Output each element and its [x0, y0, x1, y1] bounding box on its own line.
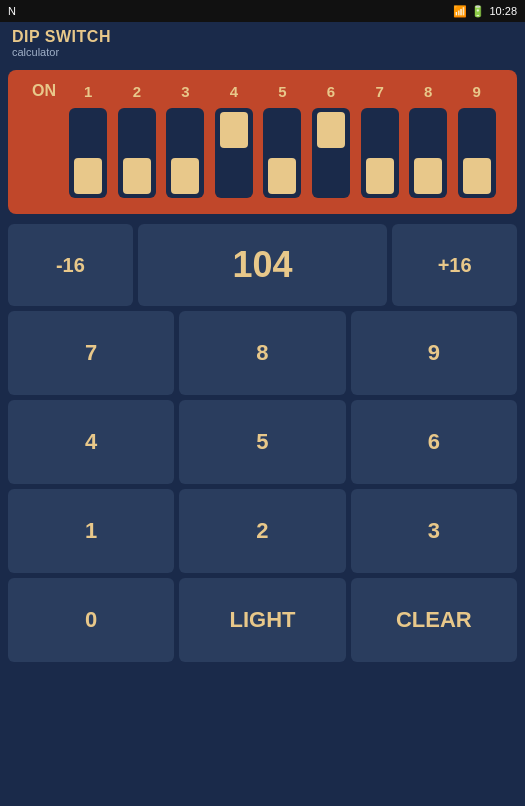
dip-numbers: 123456789	[64, 83, 501, 100]
dip-switch-panel: ON 123456789	[8, 70, 517, 214]
7-button[interactable]: 7	[8, 311, 174, 395]
switch-3[interactable]	[166, 108, 204, 198]
switch-9[interactable]	[458, 108, 496, 198]
dip-number-2: 2	[117, 83, 157, 100]
dip-number-1: 1	[68, 83, 108, 100]
switch-thumb-7	[366, 158, 394, 194]
light-button[interactable]: LIGHT	[179, 578, 345, 662]
switch-7[interactable]	[361, 108, 399, 198]
numpad-row-3: 0LIGHTCLEAR	[8, 578, 517, 662]
switch-thumb-4	[220, 112, 248, 148]
9-button[interactable]: 9	[351, 311, 517, 395]
numpad-row-1: 456	[8, 400, 517, 484]
on-label: ON	[24, 82, 64, 100]
1-button[interactable]: 1	[8, 489, 174, 573]
switch-thumb-3	[171, 158, 199, 194]
dip-number-3: 3	[165, 83, 205, 100]
signal-icon: 📶	[453, 5, 467, 18]
minus16-button[interactable]: -16	[8, 224, 133, 306]
5-button[interactable]: 5	[179, 400, 345, 484]
dip-number-4: 4	[214, 83, 254, 100]
status-right: 📶 🔋 10:28	[453, 5, 517, 18]
app-header: DIP SWITCH calculator	[0, 22, 525, 64]
calculator-area: -16 104 +16 7894561230LIGHTCLEAR	[0, 220, 525, 670]
numpad-row-0: 789	[8, 311, 517, 395]
switch-thumb-8	[414, 158, 442, 194]
0-button[interactable]: 0	[8, 578, 174, 662]
plus16-button[interactable]: +16	[392, 224, 517, 306]
switch-thumb-2	[123, 158, 151, 194]
switch-thumb-6	[317, 112, 345, 148]
dip-number-9: 9	[457, 83, 497, 100]
numpad: 7894561230LIGHTCLEAR	[8, 311, 517, 662]
dip-number-7: 7	[360, 83, 400, 100]
3-button[interactable]: 3	[351, 489, 517, 573]
switch-1[interactable]	[69, 108, 107, 198]
status-bar: N 📶 🔋 10:28	[0, 0, 525, 22]
4-button[interactable]: 4	[8, 400, 174, 484]
8-button[interactable]: 8	[179, 311, 345, 395]
dip-number-5: 5	[262, 83, 302, 100]
dip-number-6: 6	[311, 83, 351, 100]
switches-container	[64, 108, 501, 198]
switch-4[interactable]	[215, 108, 253, 198]
app-subtitle: calculator	[12, 46, 513, 58]
numpad-row-2: 123	[8, 489, 517, 573]
dip-number-8: 8	[408, 83, 448, 100]
switch-5[interactable]	[263, 108, 301, 198]
display-row: -16 104 +16	[8, 224, 517, 306]
dip-switches-row	[24, 108, 501, 198]
switch-2[interactable]	[118, 108, 156, 198]
switch-thumb-1	[74, 158, 102, 194]
switch-thumb-9	[463, 158, 491, 194]
clear-button[interactable]: CLEAR	[351, 578, 517, 662]
switch-8[interactable]	[409, 108, 447, 198]
switch-6[interactable]	[312, 108, 350, 198]
time-label: 10:28	[489, 5, 517, 17]
display-value: 104	[138, 224, 388, 306]
6-button[interactable]: 6	[351, 400, 517, 484]
app-title: DIP SWITCH	[12, 28, 513, 46]
status-app-icon: N	[8, 5, 16, 17]
switch-thumb-5	[268, 158, 296, 194]
battery-icon: 🔋	[471, 5, 485, 18]
2-button[interactable]: 2	[179, 489, 345, 573]
